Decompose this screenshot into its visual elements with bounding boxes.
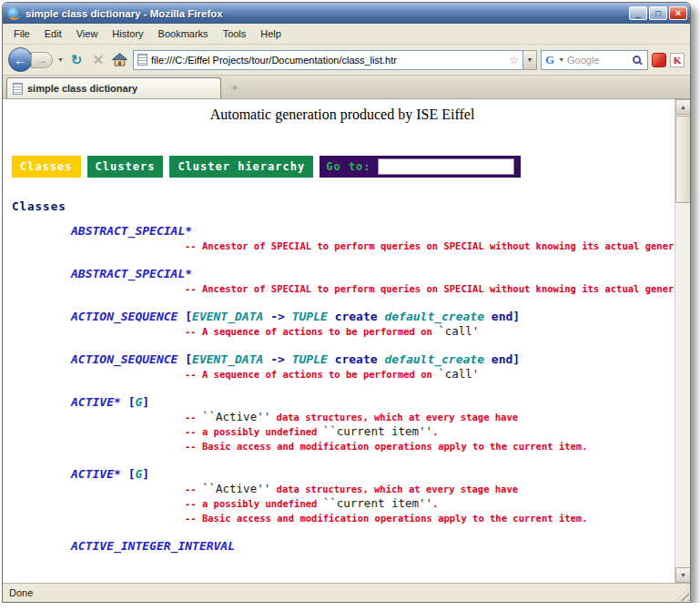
extension-icon-red[interactable] [652,53,666,67]
history-dropdown-icon[interactable]: ▼ [57,56,64,63]
signature-token: [ [185,310,192,323]
tab-simple-class-dictionary[interactable]: simple class dictionary [6,77,221,98]
class-entry: ACTION_SEQUENCE [EVENT_DATA -> TUPLE cre… [10,351,675,382]
comment-token: -- a possibly undefined [185,498,323,509]
title-bar: simple class dictionary - Mozilla Firefo… [3,3,690,24]
tab-bar: simple class dictionary ✳ [3,76,690,99]
class-entry: ACTIVE_INTEGER_INTERVAL [10,538,675,554]
comment-token: ``current item'' [323,424,432,438]
class-link[interactable]: ABSTRACT_SPECIAL* [71,267,192,280]
class-comment: -- Ancestor of SPECIAL to perform querie… [185,239,675,253]
comment-token: -- A sequence of actions to be performed… [185,326,438,337]
google-logo-icon: G [545,53,554,67]
search-input[interactable]: Google [567,55,630,66]
class-link[interactable]: ABSTRACT_SPECIAL* [71,224,192,238]
goto-box: Go to: [320,156,520,178]
comment-token: -- Basic access and modification operati… [185,441,588,452]
class-comment: -- A sequence of actions to be performed… [185,367,675,382]
menu-file[interactable]: File [6,25,37,42]
stop-button[interactable]: ✕ [89,51,107,69]
comment-token: ``current item'' [323,496,432,510]
signature-token: create [335,352,378,366]
comment-token: -- [185,484,202,494]
url-text[interactable]: file:///C:/Eiffel Projects/tour/Document… [151,55,505,66]
class-link[interactable]: ACTION_SEQUENCE [71,310,185,323]
signature-token: [ [185,352,192,366]
class-entry: ACTION_SEQUENCE [EVENT_DATA -> TUPLE cre… [10,309,675,339]
signature-token: default_create [384,310,484,323]
search-bar[interactable]: G ▼ Google [541,50,648,70]
comment-token: data structures, which at every stage ha… [270,484,518,494]
forward-button[interactable]: → [31,52,53,68]
page-nav-links: ClassesClustersCluster hierarchy [12,156,313,178]
comment-token: ``Active'' [202,482,270,495]
page-nav-row: ClassesClustersCluster hierarchy Go to: [12,156,675,178]
signature-token: -> [263,352,291,366]
comment-token: . [432,498,438,509]
comment-token: -- [185,412,202,423]
navigation-toolbar: ← → ▼ ↻ ✕ file:///C:/Eiffel Projects/tou… [3,45,690,76]
firefox-app-icon [7,6,21,20]
class-comment: -- Basic access and modification operati… [185,511,675,525]
signature-token: ] [142,395,149,409]
goto-label: Go to: [326,160,370,173]
close-button[interactable]: × [669,6,687,20]
minimize-button[interactable]: _ [629,6,647,20]
menu-history[interactable]: History [105,25,150,42]
link-clusters[interactable]: Clusters [87,156,164,178]
link-classes[interactable]: Classes [12,156,81,178]
home-button[interactable] [111,51,129,69]
comment-token: -- A sequence of actions to be performed… [185,369,438,380]
scroll-up-icon[interactable]: ▲ [675,99,690,115]
back-button[interactable]: ← [8,47,33,72]
comment-token: -- a possibly undefined [185,426,323,437]
class-entry: ABSTRACT_SPECIAL*-- Ancestor of SPECIAL … [10,266,675,296]
extension-icon-k[interactable]: K [670,53,685,67]
maximize-button[interactable]: □ [649,6,667,20]
comment-token: `call' [438,324,479,338]
scroll-down-icon[interactable]: ▼ [675,567,690,583]
menu-bookmarks[interactable]: Bookmarks [151,25,216,42]
class-signature: ACTION_SEQUENCE [EVENT_DATA -> TUPLE cre… [71,351,675,367]
class-link[interactable]: ACTIVE_INTEGER_INTERVAL [71,539,235,553]
page-header: Automatic generation produced by ISE Eif… [10,107,675,123]
signature-token: ] [512,352,520,366]
menu-edit[interactable]: Edit [37,25,69,42]
address-bar[interactable]: file:///C:/Eiffel Projects/tour/Document… [133,50,523,70]
class-link[interactable]: ACTIVE* [71,467,128,481]
tab-favicon [13,83,23,95]
vertical-scrollbar[interactable]: ▲ ▼ [675,99,690,583]
class-signature: ACTIVE* [G] [71,466,675,482]
class-entry: ACTIVE* [G]-- ``Active'' data structures… [10,466,675,525]
comment-token: -- Basic access and modification operati… [185,513,588,524]
address-dropdown-button[interactable]: ▼ [523,50,537,70]
class-entry: ACTIVE* [G]-- ``Active'' data structures… [10,394,675,453]
menu-tools[interactable]: Tools [216,25,254,42]
link-cluster-hierarchy[interactable]: Cluster hierarchy [169,156,313,178]
class-signature: ACTION_SEQUENCE [EVENT_DATA -> TUPLE cre… [71,309,675,324]
goto-input[interactable] [378,158,514,175]
signature-token: EVENT_DATA [192,352,263,366]
home-icon [112,53,127,66]
comment-token: -- Ancestor of SPECIAL to perform querie… [185,240,675,251]
bookmark-star-icon[interactable]: ☆ [509,54,519,66]
menu-help[interactable]: Help [253,25,289,42]
class-comment: -- a possibly undefined ``current item''… [185,496,675,511]
reload-button[interactable]: ↻ [67,51,86,69]
search-magnifier-icon[interactable] [633,56,641,64]
comment-token: . [432,426,438,437]
class-entry: ABSTRACT_SPECIAL*-- Ancestor of SPECIAL … [10,223,675,253]
menu-view[interactable]: View [69,25,106,42]
search-engine-dropdown-icon[interactable]: ▼ [558,56,564,63]
page-body: Automatic generation produced by ISE Eif… [3,99,675,583]
comment-token: -- Ancestor of SPECIAL to perform querie… [185,283,675,294]
status-text: Done [9,587,33,598]
class-link[interactable]: ACTIVE* [71,395,128,409]
scrollbar-thumb[interactable] [675,116,690,203]
resize-grip[interactable] [676,588,689,601]
section-title: Classes [12,199,675,213]
class-link[interactable]: ACTION_SEQUENCE [71,352,185,366]
class-signature: ABSTRACT_SPECIAL* [71,223,675,239]
tab-bar-extra-icon[interactable]: ✳ [227,79,243,96]
signature-token: ] [142,467,149,481]
